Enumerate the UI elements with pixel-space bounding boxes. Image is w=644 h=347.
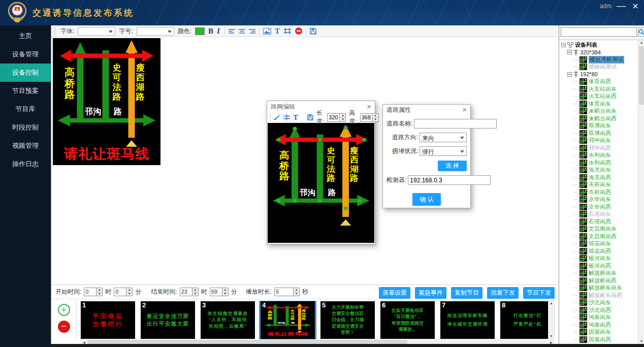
tree-device[interactable]: 体育岗西 xyxy=(560,78,637,86)
save-icon[interactable] xyxy=(307,114,313,120)
tree-device[interactable]: 市府岗东 xyxy=(560,181,637,189)
start-hour-stepper[interactable]: 0 ▲▼ xyxy=(84,288,103,296)
remove-program-button[interactable]: − xyxy=(58,321,70,333)
start-minute-stepper[interactable]: 0 ▲▼ xyxy=(114,288,133,296)
tree-device[interactable]: 双博岗东 xyxy=(560,122,637,130)
tree-device[interactable]: 文昌阁岗东 xyxy=(560,226,637,233)
align-right-icon[interactable] xyxy=(249,28,255,34)
close-icon[interactable]: × xyxy=(367,103,371,110)
scroll-up-icon[interactable]: ▲ xyxy=(638,41,644,44)
font-select[interactable] xyxy=(78,27,115,36)
tree-device[interactable]: 琼花岗东 xyxy=(560,240,637,248)
tree-device[interactable]: 鸿泰岗西 xyxy=(560,321,637,329)
tree-device[interactable]: 维扬岗测试 xyxy=(560,64,637,71)
tree-device[interactable]: 石塔岗西 xyxy=(560,218,637,226)
action-button-2[interactable]: 紧急事件 xyxy=(415,287,446,299)
stepper-arrows[interactable]: ▲▼ xyxy=(192,288,198,296)
draw-line-icon[interactable] xyxy=(274,114,280,120)
scroll-down-icon[interactable]: ▼ xyxy=(549,334,554,338)
sign-preview-canvas[interactable]: 高桥路史可法路瘦西湖路邗沟路请礼让斑马线 xyxy=(53,38,160,165)
confirm-button[interactable]: 确 认 xyxy=(412,193,440,206)
add-program-button[interactable]: + xyxy=(58,304,70,316)
expand-collapse-icon[interactable] xyxy=(567,50,572,54)
thumbnail-scrollbar[interactable]: ▲ ▼ xyxy=(548,300,555,339)
tree-device[interactable]: 海关岗西 xyxy=(560,174,637,181)
program-thumbnail-7[interactable]: 7依法治理非标车辆净化城市交通环境 xyxy=(440,301,495,339)
expand-collapse-icon[interactable] xyxy=(561,43,566,47)
tree-device[interactable]: 沙北岗东 xyxy=(560,299,637,307)
tree-device[interactable]: 银河岗西 xyxy=(560,262,637,270)
sidebar-item-5[interactable]: 节目库 xyxy=(0,100,51,118)
road-network-icon[interactable] xyxy=(283,28,292,34)
text-tool-icon[interactable]: T xyxy=(275,27,280,35)
close-window-icon[interactable]: ✕ xyxy=(630,1,641,12)
tree-device[interactable]: 鸿泰岗东 xyxy=(560,314,637,322)
tree-device[interactable]: 琼花岗西 xyxy=(560,247,637,255)
close-icon[interactable]: × xyxy=(462,106,467,113)
tree-device[interactable]: 水利岗东 xyxy=(560,152,637,160)
insert-image-icon[interactable] xyxy=(263,28,271,35)
sidebar-item-2[interactable]: 设备管理 xyxy=(0,45,51,64)
tree-device[interactable]: 火车站岗西 xyxy=(560,93,637,101)
height-stepper[interactable]: 368 ▲▼ xyxy=(360,113,379,122)
delete-icon[interactable] xyxy=(295,27,302,35)
bold-button[interactable]: B xyxy=(208,27,213,35)
scrollbar-thumb[interactable] xyxy=(639,46,644,105)
align-center-icon[interactable] xyxy=(239,28,245,34)
tree-device[interactable]: 火车站岗东 xyxy=(560,85,637,93)
stepper-arrows[interactable]: ▲▼ xyxy=(222,288,228,296)
program-thumbnail-6[interactable]: 6扎实开展电动车“百日整治”，有效预防道路交通事故。 xyxy=(380,301,435,339)
tree-root-device-list[interactable]: 设备列表 xyxy=(560,41,637,49)
tree-device[interactable]: 解放桥岗西 xyxy=(560,277,637,285)
road-network-canvas[interactable]: 高桥路史可法路瘦西湖路邗沟路 xyxy=(268,123,374,243)
tree-device[interactable]: 来鹤台岗西 xyxy=(560,115,637,122)
sidebar-item-7[interactable]: 视频管理 xyxy=(0,137,51,155)
sidebar-item-1[interactable]: 主页 xyxy=(0,27,51,45)
road-name-input[interactable] xyxy=(414,119,497,129)
expand-collapse-icon[interactable] xyxy=(567,72,572,77)
sidebar-item-8[interactable]: 操作日志 xyxy=(0,155,51,173)
tree-device[interactable]: 体育岗东 xyxy=(560,100,637,108)
stepper-arrows[interactable]: ▲▼ xyxy=(96,288,102,296)
action-button-5[interactable]: 节目下发 xyxy=(523,287,555,299)
device-search-input[interactable] xyxy=(561,27,637,37)
save-icon[interactable] xyxy=(310,28,316,35)
program-thumbnail-5[interactable]: 5大力开展秋冬季交通安全整治百日会战，全力稳定道路交通安全形势！ xyxy=(320,301,375,339)
detector-input[interactable] xyxy=(408,175,491,185)
length-stepper[interactable]: 320 ▲▼ xyxy=(327,113,346,122)
direction-select[interactable]: 来向 xyxy=(420,133,467,142)
tree-device[interactable]: 邗中岗东 xyxy=(560,137,637,145)
tree-scrollbar[interactable]: ▲ ▼ xyxy=(638,40,644,343)
congestion-select[interactable]: 缓行 xyxy=(420,146,467,156)
duration-stepper[interactable]: 5 ▲▼ xyxy=(274,288,300,296)
program-thumbnail-8[interactable]: 8打击整治“灯严查严处“机 xyxy=(500,301,548,339)
search-icon[interactable] xyxy=(638,27,644,37)
action-button-3[interactable]: 复制节目 xyxy=(451,287,482,299)
stepper-arrows[interactable]: ▲▼ xyxy=(339,114,345,121)
tree-device[interactable]: 石塔岗东 xyxy=(560,211,637,218)
scroll-up-icon[interactable]: ▲ xyxy=(549,301,554,305)
program-thumbnail-1[interactable]: 1平安春运交警同行 xyxy=(81,301,135,339)
end-minute-stepper[interactable]: 59 ▲▼ xyxy=(210,288,229,296)
sidebar-item-3[interactable]: 设备控制 xyxy=(0,64,51,82)
color-swatch[interactable] xyxy=(195,27,205,35)
tree-device[interactable]: 解放桥东岗西 xyxy=(560,292,637,299)
stepper-arrows[interactable]: ▲▼ xyxy=(293,288,299,296)
tree-device[interactable]: 银河岗东 xyxy=(560,255,637,263)
logged-in-user[interactable]: adm xyxy=(600,3,611,10)
scroll-down-icon[interactable]: ▼ xyxy=(638,339,644,343)
tree-device[interactable]: 市府岗西 xyxy=(560,188,637,196)
text-tool-icon[interactable]: T xyxy=(293,113,298,121)
tree-device[interactable]: 邗中岗西 xyxy=(560,144,637,152)
tree-device[interactable]: 水利岗西 xyxy=(560,159,637,167)
minimize-icon[interactable]: — xyxy=(616,1,627,12)
sidebar-item-4[interactable]: 节目预案 xyxy=(0,82,51,100)
tree-device[interactable]: 螺丝湾桥测试 xyxy=(560,56,637,64)
align-left-icon[interactable] xyxy=(229,28,235,34)
end-hour-stepper[interactable]: 23 ▲▼ xyxy=(180,288,199,296)
tree-device[interactable]: 京华岗西 xyxy=(560,203,637,211)
tree-device[interactable]: 沙北岗西 xyxy=(560,306,637,314)
tree-device[interactable]: 海关岗东 xyxy=(560,167,637,174)
tree-device[interactable]: 解放桥岗东 xyxy=(560,270,637,277)
tree-group-192*80[interactable]: 192*80 xyxy=(560,71,637,78)
